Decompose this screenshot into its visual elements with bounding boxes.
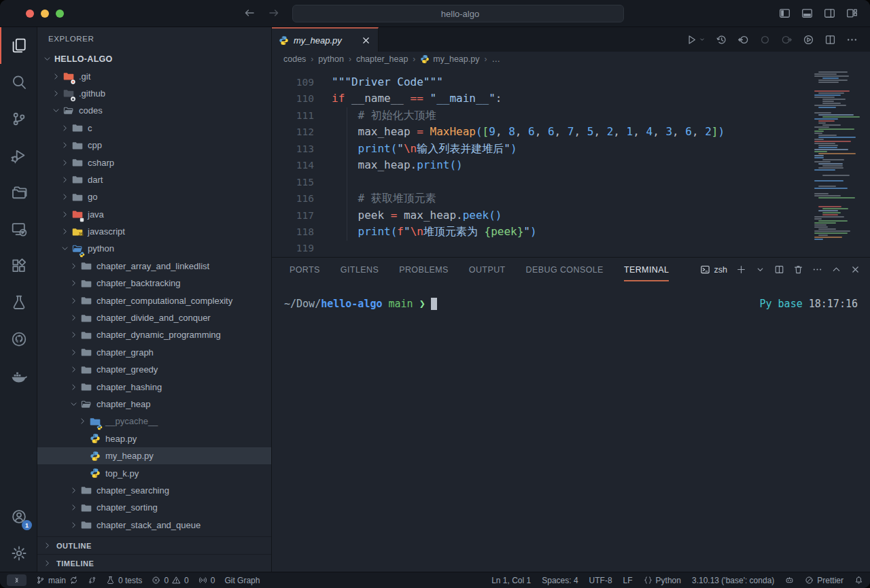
customize-layout-icon[interactable]	[846, 7, 858, 19]
run-python-file-button[interactable]	[686, 34, 706, 46]
tree-item-cpp[interactable]: cpp	[37, 137, 271, 154]
tree-item--git[interactable]: .git	[37, 67, 271, 84]
command-center-search[interactable]: hello-algo	[292, 5, 624, 22]
status-encoding[interactable]: UTF-8	[589, 576, 612, 585]
split-terminal-button[interactable]	[774, 264, 784, 275]
status-git-branch[interactable]: main	[36, 576, 78, 585]
continue-button[interactable]	[759, 34, 771, 46]
shell-selector[interactable]: zsh	[700, 264, 727, 275]
terminal[interactable]: ~/Dow/hello-algo main ❯ Py base 18:17:16	[272, 281, 870, 310]
status-git-graph[interactable]: Git Graph	[224, 576, 260, 585]
timeline-history-button[interactable]	[716, 34, 727, 46]
zoom-window-button[interactable]	[56, 10, 64, 18]
panel-tab-terminal[interactable]: TERMINAL	[624, 258, 669, 281]
maximize-panel-button[interactable]	[831, 264, 841, 275]
panel-tab-debug-console[interactable]: DEBUG CONSOLE	[526, 258, 604, 281]
run-profile-button[interactable]	[803, 34, 814, 46]
panel-tab-problems[interactable]: PROBLEMS	[399, 258, 449, 281]
panel-more-button[interactable]	[812, 264, 822, 275]
close-window-button[interactable]	[26, 10, 34, 18]
tree-item-chapter_graph[interactable]: chapter_graph	[37, 344, 271, 361]
status-cursor-position[interactable]: Ln 1, Col 1	[491, 576, 531, 585]
status-git-compare[interactable]	[88, 576, 97, 585]
more-actions-button[interactable]	[846, 34, 858, 46]
tree-item-chapter_hashing[interactable]: chapter_hashing	[37, 378, 271, 395]
status-python-interpreter[interactable]: 3.10.13 ('base': conda)	[692, 576, 774, 585]
activity-item-remote-explorer[interactable]	[0, 211, 37, 247]
close-panel-button[interactable]	[850, 264, 860, 275]
kill-terminal-button[interactable]	[793, 264, 803, 275]
tree-item-chapter_divide_and_conquer[interactable]: chapter_divide_and_conquer	[37, 309, 271, 326]
toggle-sidebar-icon[interactable]	[779, 7, 790, 19]
breadcrumb-item-codes[interactable]: codes	[283, 54, 306, 64]
activity-item-project-manager[interactable]	[0, 174, 37, 211]
tree-item-chapter_searching[interactable]: chapter_searching	[37, 482, 271, 499]
tree-item-top_k-py[interactable]: top_k.py	[37, 464, 271, 481]
activity-item-settings[interactable]	[0, 535, 37, 572]
split-editor-button[interactable]	[824, 34, 836, 46]
activity-item-docker[interactable]	[0, 358, 37, 394]
breadcrumb-item-my_heap.py[interactable]: my_heap.py	[420, 54, 479, 64]
activity-item-github[interactable]	[0, 321, 37, 358]
status-remote-indicator[interactable]	[7, 574, 27, 586]
tree-item-chapter_dynamic_programming[interactable]: chapter_dynamic_programming	[37, 326, 271, 343]
navigate-forward-icon[interactable]	[268, 7, 280, 19]
activity-item-source-control[interactable]	[0, 101, 37, 137]
tree-item-chapter_greedy[interactable]: chapter_greedy	[37, 361, 271, 378]
tree-item-c[interactable]: c	[37, 120, 271, 137]
status-copilot[interactable]	[785, 576, 794, 585]
breadcrumb-item-python[interactable]: python	[318, 54, 344, 64]
tree-item-codes[interactable]: codes	[37, 102, 271, 119]
status-indentation[interactable]: Spaces: 4	[542, 576, 578, 585]
panel-tab-gitlens[interactable]: GITLENS	[341, 258, 379, 281]
tree-item-python[interactable]: python	[37, 240, 271, 257]
tree-item-hello-algo[interactable]: HELLO-ALGO	[37, 50, 271, 67]
tab-my-heap[interactable]: my_heap.py	[272, 27, 379, 52]
activity-item-testing[interactable]	[0, 284, 37, 321]
tree-item-chapter_heap[interactable]: chapter_heap	[37, 396, 271, 413]
new-terminal-button[interactable]	[736, 264, 746, 275]
tree-item-dart[interactable]: dart	[37, 171, 271, 188]
toggle-secondary-sidebar-icon[interactable]	[824, 7, 835, 19]
tree-item-java[interactable]: java	[37, 206, 271, 223]
close-tab-icon[interactable]	[361, 35, 371, 46]
activity-item-accounts[interactable]: 1	[0, 498, 37, 535]
panel-tab-ports[interactable]: PORTS	[290, 258, 320, 281]
tree-item-chapter_backtracking[interactable]: chapter_backtracking	[37, 275, 271, 292]
breadcrumb-item-chapter_heap[interactable]: chapter_heap	[356, 54, 408, 64]
activity-item-extensions[interactable]	[0, 247, 37, 284]
toggle-panel-icon[interactable]	[801, 7, 813, 19]
activity-item-search[interactable]	[0, 64, 37, 101]
status-prettier[interactable]: Prettier	[805, 576, 843, 585]
panel-tab-output[interactable]: OUTPUT	[469, 258, 506, 281]
tree-item--github[interactable]: .github	[37, 85, 271, 102]
tree-item-javascript[interactable]: JSjavascript	[37, 223, 271, 240]
tree-item-chapter_array_and_linkedlist[interactable]: chapter_array_and_linkedlist	[37, 258, 271, 275]
terminal-profile-dropdown[interactable]	[755, 264, 765, 275]
status-notifications[interactable]	[854, 576, 863, 585]
tree-item-chapter_sorting[interactable]: chapter_sorting	[37, 499, 271, 516]
step-forward-button[interactable]	[781, 34, 793, 46]
sidebar-section-timeline[interactable]: TIMELINE	[37, 554, 271, 572]
status-language-mode[interactable]: Python	[644, 576, 681, 585]
sidebar-section-outline[interactable]: OUTLINE	[37, 536, 271, 554]
breadcrumb-item-[interactable]: …	[491, 54, 500, 64]
code-editor[interactable]: 109"""Driver Code"""110if __name__ == "_…	[272, 67, 870, 257]
minimap[interactable]	[814, 68, 859, 241]
tree-item-csharp[interactable]: csharp	[37, 154, 271, 171]
status-problems[interactable]: 00	[152, 576, 188, 585]
status-tests[interactable]: 0 tests	[106, 576, 142, 585]
minimize-window-button[interactable]	[41, 10, 49, 18]
tree-item-chapter_stack_and_queue[interactable]: chapter_stack_and_queue	[37, 517, 271, 534]
step-back-button[interactable]	[737, 34, 749, 46]
tree-item-__pycache__[interactable]: __pycache__	[37, 413, 271, 430]
activity-item-explorer[interactable]	[0, 27, 37, 64]
status-eol[interactable]: LF	[623, 576, 633, 585]
navigate-back-icon[interactable]	[243, 7, 256, 19]
tree-item-heap-py[interactable]: heap.py	[37, 430, 271, 447]
status-ports[interactable]: 0	[198, 576, 215, 585]
tree-item-go[interactable]: go	[37, 188, 271, 205]
tree-item-chapter_computational_complexity[interactable]: chapter_computational_complexity	[37, 292, 271, 309]
tree-item-my_heap-py[interactable]: my_heap.py	[37, 447, 271, 464]
activity-item-run-debug[interactable]	[0, 137, 37, 174]
